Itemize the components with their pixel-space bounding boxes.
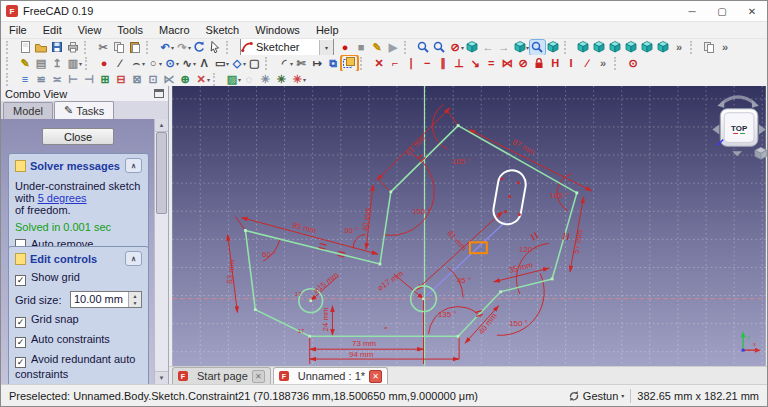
collapse-icon[interactable]: ∧ (125, 158, 142, 173)
grid-size-spinbox[interactable]: 10.00 mm ▲▼ (70, 291, 142, 308)
dimension-label[interactable]: 73 mm (352, 339, 377, 348)
dimension-label[interactable]: 105 ° (452, 157, 471, 166)
constrain-parallel-icon[interactable]: ∥ (436, 56, 451, 71)
overflow-icon[interactable]: » (596, 56, 611, 71)
close-task-button[interactable]: Close (42, 128, 114, 145)
float-panel-icon[interactable] (154, 89, 164, 98)
select-elements-constraints-icon[interactable]: ▨ (225, 72, 240, 87)
open-file-icon[interactable] (34, 40, 49, 55)
dimension-label[interactable]: 150 ° (509, 319, 528, 328)
toolbar-grip[interactable] (6, 73, 14, 86)
create-line-icon[interactable]: ∕ (113, 56, 128, 71)
redo-icon[interactable]: ↷ (175, 40, 190, 55)
macro-play-icon[interactable]: ▶ (386, 40, 401, 55)
toolbar-grip[interactable] (85, 57, 93, 70)
view-menu-icon[interactable] (513, 40, 528, 55)
create-arc-icon[interactable]: ⌢ (129, 56, 144, 71)
create-rectangle-icon[interactable]: ▭ (213, 56, 228, 71)
dimension-label[interactable]: 94 mm (349, 350, 374, 359)
bspline-decrease-icon[interactable]: ✕ (194, 72, 209, 87)
constrain-distance-icon[interactable]: ∕ (580, 56, 595, 71)
menu-tools[interactable]: Tools (109, 24, 151, 36)
bspline-mult-icon[interactable]: ⊣ (82, 72, 97, 87)
draw-style-icon[interactable]: ⊘ (448, 40, 463, 55)
leave-sketch-icon[interactable]: ↥ (50, 56, 65, 71)
create-fillet-icon[interactable]: ◜ (277, 56, 292, 71)
view-bottom-icon[interactable] (640, 40, 655, 55)
chevron-down-icon[interactable]: ▾ (319, 40, 333, 55)
close-tab-icon[interactable]: ✕ (369, 370, 382, 383)
close-tab-icon[interactable]: ✕ (252, 370, 265, 383)
toolbar-grip[interactable] (146, 41, 154, 54)
bspline-convert-icon[interactable]: ⋉ (162, 72, 177, 87)
tab-start-page[interactable]: F Start page ✕ (172, 367, 271, 384)
bspline-increase-icon[interactable]: ⊕ (178, 72, 193, 87)
new-file-icon[interactable] (18, 40, 33, 55)
dimension-label[interactable]: 105 ° (550, 191, 569, 200)
navigation-style-selector[interactable]: Gestun ▾ (568, 390, 624, 402)
scrollbar-thumb[interactable] (156, 132, 167, 214)
switch-virtual-space-icon[interactable]: ✳ (290, 72, 305, 87)
dimension-label[interactable]: 150 ° (412, 207, 431, 216)
menu-macro[interactable]: Macro (151, 24, 198, 36)
toolbar-grip[interactable] (360, 57, 368, 70)
scroll-up-icon[interactable]: ▲ (155, 119, 168, 132)
sketch-vertex[interactable] (422, 297, 425, 300)
create-bspline-icon[interactable]: ∿ (180, 56, 195, 71)
overflow-icon[interactable]: » (718, 40, 733, 55)
extend-edge-icon[interactable]: ↦ (310, 56, 325, 71)
fit-all-icon[interactable] (416, 40, 431, 55)
dimension-label[interactable]: 60 ° (262, 250, 276, 259)
dimension-label[interactable]: 120 ° (519, 245, 538, 254)
menu-view[interactable]: View (70, 24, 110, 36)
constrain-lock-icon[interactable] (532, 56, 547, 71)
sketch-vertex[interactable] (379, 263, 382, 266)
zoom-icon[interactable] (530, 40, 545, 55)
toolbar-grip[interactable] (84, 41, 92, 54)
save-icon[interactable] (50, 40, 65, 55)
view-front-icon[interactable] (576, 40, 591, 55)
fit-selection-icon[interactable] (432, 40, 447, 55)
sketch-vertex[interactable] (551, 278, 554, 281)
maximize-button[interactable]: ▢ (707, 1, 737, 21)
panel-scrollbar[interactable]: ▲ ▼ (154, 119, 168, 384)
create-conic-icon[interactable]: ⊙ (163, 56, 178, 71)
constrain-h-distance-icon[interactable]: H (548, 56, 563, 71)
dimension-label[interactable]: 24 mm (321, 307, 330, 332)
sketch-canvas[interactable]: 61 mm87 mm105 °105 °150 °85 mm40 mm90 °6… (169, 86, 768, 366)
nav-back-icon[interactable]: ← (481, 40, 496, 55)
show-grid-checkbox[interactable]: ✓ (15, 275, 26, 286)
constrain-coincident-icon[interactable]: ✕ (372, 56, 387, 71)
print-icon[interactable] (66, 40, 81, 55)
external-geometry-icon[interactable]: ⧉ (326, 56, 341, 71)
select-redundant-icon[interactable]: ✳ (274, 72, 289, 87)
copy-icon[interactable] (112, 40, 127, 55)
toolbar-grip[interactable] (265, 57, 273, 70)
close-window-button[interactable]: ✕ (737, 1, 767, 21)
toolbar-grip[interactable] (6, 41, 14, 54)
macro-edit-icon[interactable]: ✎ (370, 40, 385, 55)
constrain-perpendicular-icon[interactable]: ⊥ (452, 56, 467, 71)
menu-edit[interactable]: Edit (35, 24, 70, 36)
constrain-tangent-icon[interactable]: ↘ (468, 56, 483, 71)
workbench-selector[interactable]: Sketcher▾ (240, 39, 334, 55)
constrain-block-icon[interactable]: ⊘ (516, 56, 531, 71)
macro-stop-icon[interactable]: ■ (354, 40, 369, 55)
tab-document[interactable]: F Unnamed : 1* ✕ (273, 367, 388, 384)
grid-snap-checkbox[interactable]: ✓ (15, 317, 26, 328)
toolbar-grip[interactable] (614, 57, 622, 70)
menu-sketch[interactable]: Sketch (198, 24, 248, 36)
dof-link[interactable]: 5 degrees (38, 192, 87, 204)
sketch-vertex[interactable] (244, 229, 247, 232)
overflow-icon[interactable]: » (672, 40, 687, 55)
minimize-button[interactable]: ─ (677, 1, 707, 21)
create-circle-icon[interactable]: ○ (146, 56, 161, 71)
create-polyline-icon[interactable]: Λ (197, 56, 212, 71)
view-sketch-icon[interactable]: ▥ (66, 56, 81, 71)
sketch-vertex[interactable] (309, 299, 312, 302)
menu-file[interactable]: File (1, 24, 35, 36)
bspline-degree-icon[interactable]: ≡ (18, 72, 33, 87)
create-point-icon[interactable]: ● (97, 56, 112, 71)
toggle-constraint-icon[interactable]: ⊙ (626, 56, 641, 71)
nav-forward-icon[interactable]: → (497, 40, 512, 55)
